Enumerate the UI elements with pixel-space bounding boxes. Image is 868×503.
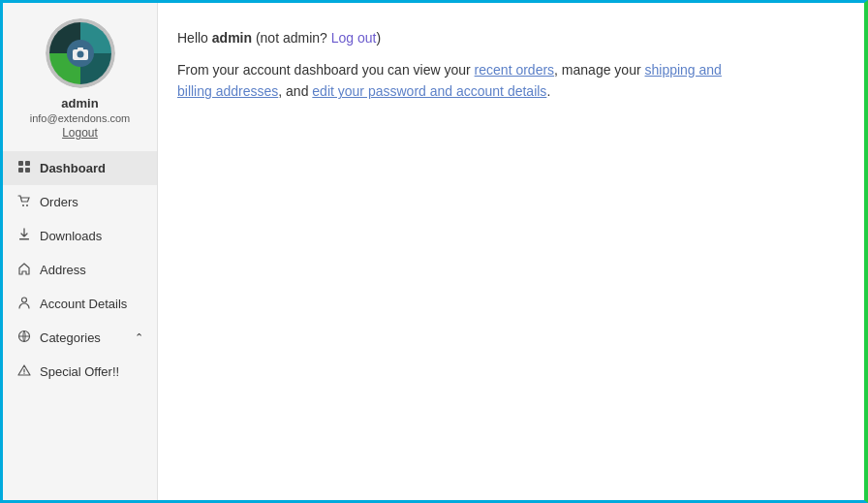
sidebar-item-dashboard[interactable]: Dashboard	[3, 151, 157, 185]
sidebar-item-downloads[interactable]: Downloads	[3, 219, 157, 253]
svg-rect-6	[25, 161, 30, 166]
description-suffix: .	[546, 83, 550, 99]
greeting-line: Hello admin (not admin? Log out)	[177, 30, 835, 46]
sidebar: admin info@extendons.com Logout	[3, 3, 158, 500]
sidebar-username: admin	[61, 96, 98, 110]
sidebar-item-account-details[interactable]: Account Details	[3, 287, 157, 321]
app-window: admin info@extendons.com Logout	[0, 0, 868, 503]
downloads-icon	[16, 228, 32, 244]
greeting-username: admin	[212, 30, 252, 46]
address-icon	[16, 262, 32, 278]
sidebar-item-orders-label: Orders	[40, 195, 143, 209]
sidebar-item-special-offer[interactable]: Special Offer!!	[3, 355, 157, 389]
sidebar-item-downloads-label: Downloads	[40, 229, 143, 243]
sidebar-item-address-label: Address	[40, 263, 143, 277]
orders-icon	[16, 194, 32, 210]
svg-point-12	[22, 298, 27, 302]
greeting-middle: (not admin?	[252, 30, 331, 46]
main-content: Hello admin (not admin? Log out) From yo…	[158, 3, 864, 500]
svg-rect-8	[25, 168, 30, 173]
account-icon	[16, 296, 32, 312]
categories-icon	[16, 330, 32, 346]
sidebar-item-dashboard-label: Dashboard	[40, 161, 143, 175]
description-line: From your account dashboard you can view…	[177, 59, 739, 103]
sidebar-item-address[interactable]: Address	[3, 253, 157, 287]
svg-rect-7	[18, 168, 23, 173]
greeting-prefix: Hello	[177, 30, 212, 46]
sidebar-item-special-offer-label: Special Offer!!	[40, 364, 143, 379]
sidebar-item-account-details-label: Account Details	[40, 297, 143, 311]
sidebar-item-categories-label: Categories	[40, 330, 127, 345]
chevron-down-icon: ⌃	[135, 331, 143, 344]
svg-rect-5	[18, 161, 23, 166]
greeting-suffix: )	[376, 30, 381, 46]
description-mid2: , and	[278, 83, 312, 99]
dashboard-icon	[16, 160, 32, 176]
main-layout: admin info@extendons.com Logout	[3, 3, 864, 500]
description-prefix: From your account dashboard you can view…	[177, 62, 475, 78]
logout-link[interactable]: Log out	[331, 30, 377, 46]
svg-rect-11	[19, 238, 29, 240]
svg-point-9	[22, 204, 24, 206]
warning-icon	[16, 363, 32, 380]
svg-point-3	[77, 51, 83, 58]
sidebar-logout-link[interactable]: Logout	[62, 126, 98, 140]
sidebar-item-categories[interactable]: Categories ⌃	[3, 321, 157, 355]
sidebar-email: info@extendons.com	[30, 112, 131, 124]
avatar	[46, 18, 115, 88]
sidebar-item-orders[interactable]: Orders	[3, 185, 157, 219]
recent-orders-link[interactable]: recent orders	[475, 62, 554, 78]
svg-point-15	[23, 373, 24, 374]
description-mid1: , manage your	[554, 62, 644, 78]
svg-point-10	[26, 204, 28, 206]
edit-password-link[interactable]: edit your password and account details	[312, 83, 546, 99]
svg-rect-4	[78, 47, 83, 50]
sidebar-nav: Dashboard Orders	[3, 151, 157, 389]
